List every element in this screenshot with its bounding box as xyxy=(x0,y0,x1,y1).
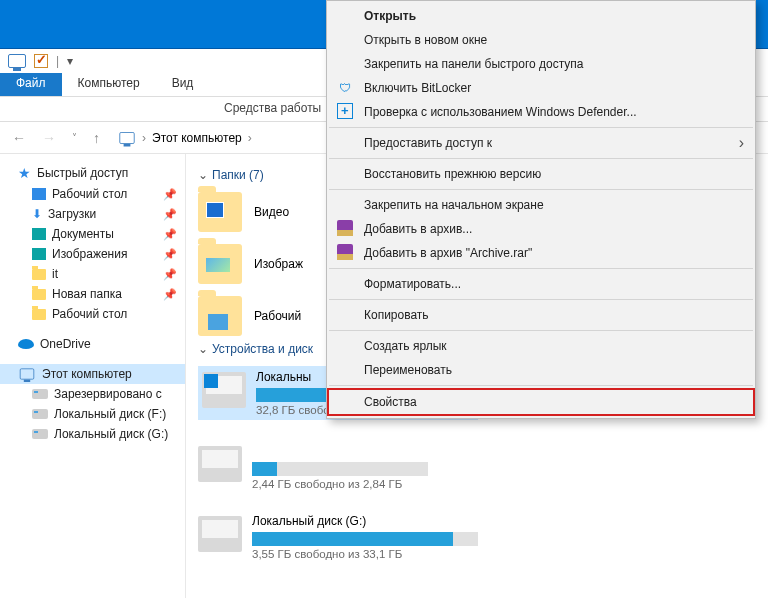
sidebar-item-desktop[interactable]: Рабочий стол📌 xyxy=(0,184,185,204)
breadcrumb-this-pc[interactable]: Этот компьютер xyxy=(152,131,242,145)
pictures-icon xyxy=(32,248,46,260)
drive-icon xyxy=(202,372,246,408)
nav-sidebar: ★Быстрый доступ Рабочий стол📌 ⬇Загрузки📌… xyxy=(0,154,186,598)
chevron-right-icon: › xyxy=(739,134,744,152)
desktop-icon xyxy=(32,188,46,200)
sidebar-onedrive[interactable]: OneDrive xyxy=(0,334,185,354)
tab-computer[interactable]: Компьютер xyxy=(62,73,156,96)
tab-view[interactable]: Вид xyxy=(156,73,210,96)
usage-bar xyxy=(252,532,478,546)
pin-icon: 📌 xyxy=(163,228,179,241)
drive-name: Локальный диск (G:) xyxy=(252,514,478,528)
collapse-icon[interactable]: ⌄ xyxy=(198,168,208,182)
ctx-properties[interactable]: Свойства xyxy=(328,389,754,415)
folder-icon xyxy=(198,244,242,284)
sidebar-item-reserved[interactable]: Зарезервировано с xyxy=(0,384,185,404)
ctx-share[interactable]: Предоставить доступ к› xyxy=(328,131,754,155)
qat-dropdown-icon[interactable]: ▾ xyxy=(67,54,73,68)
ctx-copy[interactable]: Копировать xyxy=(328,303,754,327)
location-icon xyxy=(119,132,134,144)
winrar-icon xyxy=(336,244,354,263)
sidebar-item-downloads[interactable]: ⬇Загрузки📌 xyxy=(0,204,185,224)
properties-qat-icon[interactable] xyxy=(34,54,48,68)
pin-icon: 📌 xyxy=(163,248,179,261)
folder-images[interactable]: Изображ xyxy=(198,244,303,284)
chevron-right-icon[interactable]: › xyxy=(142,131,146,145)
sidebar-quick-access[interactable]: ★Быстрый доступ xyxy=(0,162,185,184)
ctx-create-shortcut[interactable]: Создать ярлык xyxy=(328,334,754,358)
nav-up-icon[interactable]: ↑ xyxy=(89,130,104,146)
drive-icon xyxy=(32,429,48,439)
ctx-open-new-window[interactable]: Открыть в новом окне xyxy=(328,28,754,52)
sidebar-this-pc[interactable]: Этот компьютер xyxy=(0,364,185,384)
sidebar-item-documents[interactable]: Документы📌 xyxy=(0,224,185,244)
pin-icon: 📌 xyxy=(163,188,179,201)
separator xyxy=(329,158,753,159)
ctx-add-archive-named[interactable]: Добавить в архив "Archive.rar" xyxy=(328,241,754,265)
drive-icon xyxy=(198,516,242,552)
chevron-right-icon[interactable]: › xyxy=(248,131,252,145)
nav-back-icon[interactable]: ← xyxy=(8,130,30,146)
defender-icon xyxy=(336,103,354,122)
collapse-icon[interactable]: ⌄ xyxy=(198,342,208,356)
onedrive-icon xyxy=(18,339,34,349)
drive-free-text: 2,44 ГБ свободно из 2,84 ГБ xyxy=(252,478,428,490)
nav-forward-icon: → xyxy=(38,130,60,146)
drive-g[interactable]: Локальный диск (G:) 3,55 ГБ свободно из … xyxy=(198,514,478,560)
drive-e[interactable]: 2,44 ГБ свободно из 2,84 ГБ xyxy=(198,444,428,490)
usage-bar xyxy=(252,462,428,476)
separator xyxy=(329,268,753,269)
separator xyxy=(329,385,753,386)
ctx-bitlocker[interactable]: 🛡Включить BitLocker xyxy=(328,76,754,100)
nav-recent-dropdown-icon[interactable]: ˅ xyxy=(68,132,81,143)
address-bar[interactable]: › Этот компьютер › xyxy=(112,129,258,147)
folder-icon xyxy=(32,309,46,320)
drive-icon xyxy=(198,446,242,482)
drive-icon xyxy=(32,389,48,399)
star-icon: ★ xyxy=(18,165,31,181)
separator xyxy=(329,330,753,331)
sidebar-item-local-f[interactable]: Локальный диск (F:) xyxy=(0,404,185,424)
ctx-restore-previous[interactable]: Восстановить прежнюю версию xyxy=(328,162,754,186)
folder-video[interactable]: Видео xyxy=(198,192,303,232)
separator xyxy=(329,299,753,300)
tab-file[interactable]: Файл xyxy=(0,73,62,96)
folder-desktop[interactable]: Рабочий xyxy=(198,296,303,336)
sidebar-item-pictures[interactable]: Изображения📌 xyxy=(0,244,185,264)
ctx-rename[interactable]: Переименовать xyxy=(328,358,754,382)
pin-icon: 📌 xyxy=(163,288,179,301)
drive-icon xyxy=(32,409,48,419)
pin-icon: 📌 xyxy=(163,268,179,281)
download-icon: ⬇ xyxy=(32,207,42,221)
sidebar-item-it[interactable]: it📌 xyxy=(0,264,185,284)
folder-icon xyxy=(32,269,46,280)
qat-separator: | xyxy=(56,54,59,68)
sidebar-item-newfolder[interactable]: Новая папка📌 xyxy=(0,284,185,304)
sidebar-item-desktop2[interactable]: Рабочий стол xyxy=(0,304,185,324)
computer-icon xyxy=(8,54,26,68)
folder-icon xyxy=(198,296,242,336)
ctx-add-archive[interactable]: Добавить в архив... xyxy=(328,217,754,241)
sub-tools[interactable]: Средства работы xyxy=(214,97,331,121)
winrar-icon xyxy=(336,220,354,239)
pin-icon: 📌 xyxy=(163,208,179,221)
folder-icon xyxy=(198,192,242,232)
documents-icon xyxy=(32,228,46,240)
drive-free-text: 3,55 ГБ свободно из 33,1 ГБ xyxy=(252,548,478,560)
ctx-open[interactable]: Открыть xyxy=(328,4,754,28)
ctx-defender[interactable]: Проверка с использованием Windows Defend… xyxy=(328,100,754,124)
ctx-format[interactable]: Форматировать... xyxy=(328,272,754,296)
ctx-pin-start[interactable]: Закрепить на начальном экране xyxy=(328,193,754,217)
folder-icon xyxy=(32,289,46,300)
separator xyxy=(329,189,753,190)
sidebar-item-local-g[interactable]: Локальный диск (G:) xyxy=(0,424,185,444)
shield-icon: 🛡 xyxy=(336,81,354,95)
context-menu: Открыть Открыть в новом окне Закрепить н… xyxy=(326,0,756,419)
computer-icon xyxy=(20,368,34,379)
ctx-pin-quick-access[interactable]: Закрепить на панели быстрого доступа xyxy=(328,52,754,76)
separator xyxy=(329,127,753,128)
